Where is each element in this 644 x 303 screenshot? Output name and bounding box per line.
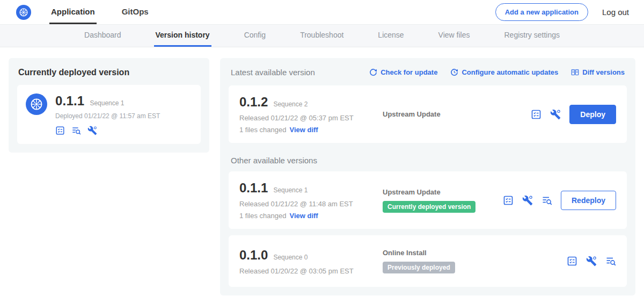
add-application-button[interactable]: Add a new application bbox=[495, 3, 588, 21]
deploy-logs-icon[interactable] bbox=[71, 126, 81, 135]
files-changed-label: 1 files changed bbox=[239, 126, 286, 134]
configure-auto-updates-link[interactable]: Configure automatic updates bbox=[450, 68, 558, 76]
deployed-panel-title: Currently deployed version bbox=[18, 68, 200, 77]
released-timestamp: Released 01/21/22 @ 05:37 pm EST bbox=[239, 114, 376, 122]
released-timestamp: Released 01/20/22 @ 03:05 pm EST bbox=[239, 267, 376, 275]
released-timestamp: Released 01/21/22 @ 11:48 am EST bbox=[239, 200, 376, 208]
version-number: 0.1.1 bbox=[239, 181, 268, 196]
app-logo-icon bbox=[26, 93, 47, 115]
version-history-panel: Latest available version Check for updat… bbox=[220, 58, 635, 295]
version-number: 0.1.0 bbox=[239, 248, 268, 263]
check-for-update-label: Check for update bbox=[380, 68, 437, 76]
version-card-actions bbox=[567, 256, 616, 266]
edit-config-icon[interactable] bbox=[550, 109, 561, 120]
tab-gitops[interactable]: GitOps bbox=[120, 0, 150, 24]
diff-versions-link[interactable]: Diff versions bbox=[571, 68, 625, 76]
deploy-logs-icon[interactable] bbox=[605, 256, 616, 266]
version-source: Upstream Update bbox=[376, 110, 531, 118]
deploy-logs-icon[interactable] bbox=[541, 195, 552, 206]
auto-update-clock-icon bbox=[450, 68, 458, 76]
version-card-actions: Redeploy bbox=[503, 191, 616, 210]
version-card-info: 0.1.2 Sequence 2 Released 01/21/22 @ 05:… bbox=[239, 95, 376, 134]
source-label: Online Install bbox=[383, 249, 567, 257]
latest-available-header: Latest available version bbox=[231, 68, 315, 77]
deployed-sequence-label: Sequence 1 bbox=[90, 99, 124, 107]
edit-config-icon[interactable] bbox=[522, 195, 533, 206]
tab-registry-settings[interactable]: Registry settings bbox=[503, 25, 561, 47]
release-notes-icon[interactable] bbox=[503, 195, 514, 206]
version-card: 0.1.0 Sequence 0 Released 01/20/22 @ 03:… bbox=[229, 235, 627, 287]
currently-deployed-badge: Currently deployed version bbox=[383, 201, 475, 213]
other-versions-header: Other available versions bbox=[231, 156, 625, 165]
kubernetes-helm-logo bbox=[16, 5, 31, 20]
topbar-right: Add a new application Log out bbox=[495, 3, 629, 21]
files-changed-label: 1 files changed bbox=[239, 212, 286, 220]
source-label: Upstream Update bbox=[383, 110, 531, 118]
version-card-actions: Deploy bbox=[531, 105, 616, 124]
diff-versions-label: Diff versions bbox=[582, 68, 625, 76]
tab-dashboard[interactable]: Dashboard bbox=[83, 25, 123, 47]
view-diff-link[interactable]: View diff bbox=[289, 212, 318, 220]
version-card-info: 0.1.1 Sequence 1 Released 01/21/22 @ 11:… bbox=[239, 181, 376, 220]
app-subnav: Dashboard Version history Config Trouble… bbox=[0, 25, 644, 47]
edit-config-icon[interactable] bbox=[586, 256, 597, 266]
top-bar: Application GitOps Add a new application… bbox=[0, 0, 644, 25]
configure-auto-updates-label: Configure automatic updates bbox=[462, 68, 558, 76]
tab-license[interactable]: License bbox=[376, 25, 405, 47]
view-diff-link[interactable]: View diff bbox=[289, 126, 318, 134]
redeploy-button[interactable]: Redeploy bbox=[561, 191, 616, 210]
release-notes-icon[interactable] bbox=[55, 126, 65, 135]
top-tabs: Application GitOps bbox=[49, 0, 174, 24]
check-for-update-link[interactable]: Check for update bbox=[369, 68, 437, 76]
tab-troubleshoot[interactable]: Troubleshoot bbox=[298, 25, 345, 47]
release-notes-icon[interactable] bbox=[567, 256, 577, 266]
deployed-version-number: 0.1.1 bbox=[55, 93, 84, 109]
sequence-label: Sequence 2 bbox=[273, 100, 308, 108]
deployed-timestamp: Deployed 01/21/22 @ 11:57 am EST bbox=[55, 112, 160, 120]
edit-config-icon[interactable] bbox=[87, 126, 97, 135]
version-card: 0.1.2 Sequence 2 Released 01/21/22 @ 05:… bbox=[229, 85, 627, 143]
tab-config[interactable]: Config bbox=[243, 25, 267, 47]
main-content: Currently deployed version 0.1.1 Sequenc… bbox=[0, 47, 644, 303]
version-actions: Check for update Configure automatic upd… bbox=[369, 68, 625, 76]
version-source: Upstream Update Currently deployed versi… bbox=[376, 188, 503, 213]
release-notes-icon[interactable] bbox=[531, 109, 541, 120]
deploy-button[interactable]: Deploy bbox=[569, 105, 616, 124]
tab-version-history[interactable]: Version history bbox=[154, 25, 211, 47]
sequence-label: Sequence 1 bbox=[273, 186, 308, 194]
currently-deployed-panel: Currently deployed version 0.1.1 Sequenc… bbox=[9, 58, 209, 153]
tab-view-files[interactable]: View files bbox=[437, 25, 472, 47]
sequence-label: Sequence 0 bbox=[273, 254, 308, 261]
diff-columns-icon bbox=[571, 68, 579, 76]
refresh-icon bbox=[369, 68, 377, 76]
deployed-version-card: 0.1.1 Sequence 1 Deployed 01/21/22 @ 11:… bbox=[17, 85, 201, 144]
source-label: Upstream Update bbox=[383, 188, 503, 196]
version-card-info: 0.1.0 Sequence 0 Released 01/20/22 @ 03:… bbox=[239, 248, 376, 275]
version-source: Online Install Previously deployed bbox=[376, 249, 567, 273]
tab-application[interactable]: Application bbox=[49, 0, 97, 24]
version-card: 0.1.1 Sequence 1 Released 01/21/22 @ 11:… bbox=[229, 171, 627, 229]
version-number: 0.1.2 bbox=[239, 95, 268, 110]
deployed-info: 0.1.1 Sequence 1 Deployed 01/21/22 @ 11:… bbox=[55, 93, 160, 135]
logout-link[interactable]: Log out bbox=[602, 8, 629, 17]
deployed-actions bbox=[55, 126, 160, 135]
previously-deployed-badge: Previously deployed bbox=[383, 262, 455, 273]
